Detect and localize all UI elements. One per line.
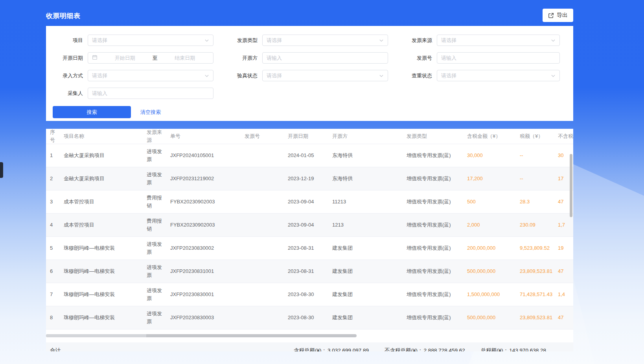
issuer-input[interactable] — [267, 55, 384, 61]
cell-doc-no: JXFP20230830003 — [170, 310, 245, 325]
summary-amount-with-tax-value: 3,032,699,097.89 — [328, 348, 369, 352]
cell-issuer: 1213 — [332, 218, 407, 232]
project-select[interactable]: 请选择 — [88, 35, 213, 46]
col-header-amount-notax: 不含税金额（¥） — [558, 129, 573, 144]
cell-tax: -- — [520, 171, 558, 186]
cell-invoice-no — [245, 175, 288, 182]
invoice-source-select[interactable]: 请选择 — [437, 35, 560, 46]
chevron-down-icon — [551, 38, 556, 43]
sidebar-collapse-handle[interactable] — [0, 162, 3, 178]
export-icon — [548, 13, 554, 18]
horizontal-scrollbar-thumb[interactable] — [46, 334, 357, 337]
issuer-input-wrap — [262, 52, 388, 64]
summary-label: 合计 — [46, 347, 282, 352]
invoice-number-input[interactable] — [441, 55, 556, 61]
invoice-type-select[interactable]: 请选择 — [262, 35, 388, 46]
cell-invoice-no — [245, 314, 288, 321]
cell-source: 进项发票 — [147, 167, 170, 190]
table-row[interactable]: 8 珠穆朗玛峰—电梯安装 进项发票 JXFP20230830003 2023-0… — [46, 306, 573, 329]
cell-issuer: 东海特供 — [332, 171, 407, 186]
cell-amount: 500,000,000 — [467, 264, 520, 279]
cell-type: 增值税专用发票(蓝) — [407, 264, 467, 279]
table-row[interactable]: 1 金融大厦采购项目 进项发票 JXFP20240105001 2024-01-… — [46, 144, 573, 167]
cell-seq: 1 — [46, 148, 64, 163]
invoice-date-range-picker[interactable]: 开始日期 至 结束日期 — [88, 52, 213, 64]
export-button-label: 导出 — [557, 12, 568, 19]
cell-source: 费用报销 — [147, 190, 170, 213]
cell-date: 2023-12-19 — [288, 171, 332, 186]
filter-field-issuer: 开票方 — [221, 49, 395, 67]
table-row[interactable]: 6 珠穆朗玛峰—电梯安装 进项发票 JXFP20230831001 2023-0… — [46, 260, 573, 283]
invoice-date-label: 开票日期 — [46, 55, 88, 62]
cell-issuer: 11213 — [332, 194, 407, 209]
cell-date: 2024-01-05 — [288, 148, 332, 163]
cell-doc-no: JXFP20230830002 — [170, 241, 245, 256]
cell-doc-no: JXFP20240105001 — [170, 148, 245, 163]
cell-amount-notax: 1,7 — [558, 218, 573, 232]
entry-method-select[interactable]: 请选择 — [88, 70, 213, 81]
cell-amount: 200,000,000 — [467, 241, 520, 256]
cell-seq: 7 — [46, 287, 64, 302]
cell-amount-notax: 1,4 — [558, 287, 573, 302]
cell-invoice-no — [245, 245, 288, 252]
cell-source: 进项发票 — [147, 144, 170, 167]
col-header-doc-no: 单号 — [170, 129, 245, 144]
collector-input[interactable] — [92, 90, 209, 96]
filter-field-invoice-type: 发票类型 请选择 — [221, 31, 395, 49]
cell-issuer: 建发集团 — [332, 310, 407, 325]
chevron-down-icon — [551, 73, 556, 78]
table-row[interactable]: 3 成本管控项目 费用报销 FYBX20230902003 2023-09-04… — [46, 190, 573, 214]
chevron-down-icon — [204, 73, 209, 78]
cell-seq: 5 — [46, 241, 64, 256]
col-header-invoice-no: 发票号 — [245, 129, 288, 144]
col-header-project: 项目名称 — [64, 129, 147, 144]
cell-tax: 23,809,523.81 — [520, 264, 558, 279]
cell-project: 金融大厦采购项目 — [64, 171, 147, 186]
chevron-down-icon — [379, 73, 384, 78]
cell-amount: 30,000 — [467, 148, 520, 163]
cell-project: 成本管控项目 — [64, 194, 147, 209]
entry-method-placeholder: 请选择 — [92, 72, 204, 79]
cell-type: 增值税专用发票(蓝) — [407, 194, 467, 209]
clear-search-link[interactable]: 清空搜索 — [140, 109, 161, 116]
summary-total-tax: 总税额(¥)：143,970,638.28 — [481, 347, 546, 352]
cell-type: 增值税专用发票(蓝) — [407, 218, 467, 232]
cell-tax: 28.3 — [520, 194, 558, 209]
search-button[interactable]: 搜索 — [53, 106, 131, 118]
table-row[interactable]: 7 珠穆朗玛峰—电梯安装 进项发票 JXFP20230830001 2023-0… — [46, 283, 573, 306]
verify-status-select[interactable]: 请选择 — [262, 70, 388, 81]
invoice-source-label: 发票来源 — [395, 37, 437, 44]
cell-tax: 9,523,809.52 — [520, 241, 558, 256]
summary-row: 合计 含税总额(¥)：3,032,699,097.89 不含税总额(¥)：2,8… — [46, 342, 573, 351]
table-row[interactable]: 2 金融大厦采购项目 进项发票 JXFP20231219002 2023-12-… — [46, 167, 573, 190]
cell-doc-no: FYBX20230902003 — [170, 194, 245, 209]
cell-date: 2023-08-30 — [288, 310, 332, 325]
cell-amount-notax: 19 — [558, 241, 573, 256]
invoice-source-placeholder: 请选择 — [441, 37, 551, 44]
cell-amount: 17,200 — [467, 171, 520, 186]
table-row[interactable]: 4 成本管控项目 费用报销 FYBX20230902003 2023-09-04… — [46, 214, 573, 237]
dup-check-status-select[interactable]: 请选择 — [437, 70, 560, 81]
filter-field-entry-method: 录入方式 请选择 — [46, 67, 221, 84]
export-button[interactable]: 导出 — [543, 9, 573, 22]
invoice-number-input-wrap — [437, 52, 560, 64]
dup-check-status-placeholder: 请选择 — [441, 72, 551, 79]
invoice-type-placeholder: 请选择 — [267, 37, 379, 44]
cell-issuer: 东海特供 — [332, 148, 407, 163]
cell-date: 2023-08-30 — [288, 287, 332, 302]
horizontal-scrollbar-track — [46, 329, 573, 342]
cell-seq: 4 — [46, 218, 64, 232]
summary-amount-without-tax-value: 2,888,728,459.62 — [424, 348, 465, 352]
cell-date: 2023-08-31 — [288, 264, 332, 279]
summary-amount-with-tax: 含税总额(¥)：3,032,699,097.89 — [294, 347, 369, 352]
project-select-placeholder: 请选择 — [92, 37, 204, 44]
table-row[interactable]: 5 珠穆朗玛峰—电梯安装 进项发票 JXFP20230830002 2023-0… — [46, 237, 573, 260]
cell-project: 金融大厦采购项目 — [64, 148, 147, 163]
cell-invoice-no — [245, 268, 288, 275]
start-date-placeholder: 开始日期 — [101, 55, 149, 62]
cell-amount: 500,000,000 — [467, 310, 520, 325]
filter-field-invoice-source: 发票来源 请选择 — [395, 31, 567, 49]
vertical-scrollbar-thumb[interactable] — [570, 154, 572, 217]
date-range-separator: 至 — [149, 55, 161, 62]
cell-seq: 8 — [46, 310, 64, 325]
